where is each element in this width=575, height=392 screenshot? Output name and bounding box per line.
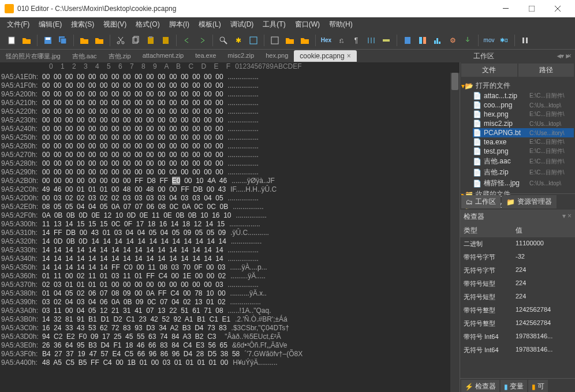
view-icon[interactable]: ⎌ (335, 35, 347, 46)
tab-close-icon[interactable]: × (347, 52, 351, 60)
hex-row[interactable]: 9A5:A3A0h:03 11 00 04 05 12 21 31 41 07 … (0, 307, 460, 315)
hex-row[interactable]: 9A5:A350h:14 14 14 14 14 14 FF C0 00 11 … (0, 263, 460, 272)
file-item[interactable]: 📄attac...t.zipE:\C...目附件\ (473, 91, 574, 100)
find-icon[interactable] (218, 35, 229, 46)
tool1-icon[interactable] (269, 35, 281, 46)
menu-item[interactable]: 调试(D) (227, 18, 257, 31)
undo-icon[interactable] (181, 35, 193, 46)
hex-row[interactable]: 9A5:A280h:00 00 00 00 00 00 00 00 00 00 … (0, 159, 460, 168)
inspector-row[interactable]: 无符号 Int64197838146... (460, 344, 575, 357)
tab-active[interactable]: cookie.pcapng × (294, 50, 356, 62)
hex-row[interactable]: 9A5:A3C0h:16 24 33 43 53 62 72 83 93 D3 … (0, 324, 460, 333)
pause-icon[interactable] (520, 35, 531, 46)
mov-icon[interactable]: mov (483, 35, 495, 46)
new-icon[interactable] (6, 35, 17, 46)
menu-item[interactable]: 格式(O) (132, 18, 163, 31)
inspector-row[interactable]: 带符号整型1242562784 (460, 304, 575, 317)
tab[interactable]: 怪的照片在哪里.jpg (0, 50, 66, 62)
panel-dropdown-icon[interactable]: ▾ (561, 52, 564, 60)
hex-row[interactable]: 9A5:A2C0h:49 46 00 01 01 01 00 48 00 48 … (0, 185, 460, 194)
saveall-icon[interactable] (57, 35, 69, 46)
hex-row[interactable]: 9A5:A220h:00 00 00 00 00 00 00 00 00 00 … (0, 107, 460, 116)
save-icon[interactable] (42, 35, 54, 46)
inspector-row[interactable]: 二进制11100000 (460, 237, 575, 251)
hex-row[interactable]: 9A5:A330h:14 14 14 14 14 14 14 14 14 14 … (0, 246, 460, 255)
file-item[interactable]: 📄PCAPNG.btC:\Use...itory\ (473, 128, 574, 137)
redo-icon[interactable] (196, 35, 208, 46)
menu-item[interactable]: 编辑(E) (35, 18, 65, 31)
scroll-thumb[interactable] (451, 73, 458, 90)
compare-icon[interactable] (417, 35, 428, 46)
side-col-path[interactable]: 路径 (518, 64, 574, 77)
hex-row[interactable]: 9A5:A380h:01 04 05 02 06 07 08 09 00 0A … (0, 289, 460, 298)
paste-icon[interactable] (145, 35, 156, 46)
hex-row[interactable]: 9A5:A240h:00 00 00 00 00 00 00 00 00 00 … (0, 125, 460, 133)
bottomtab-bookmark[interactable]: ▮可 (528, 380, 548, 392)
hex-icon[interactable]: Hex (320, 35, 332, 46)
bottomtab-inspector[interactable]: ⚡检查器 (461, 380, 499, 392)
menu-item[interactable]: 视图(V) (100, 18, 130, 31)
file-item[interactable]: 📄hex.pngE:\C...目附件\ (473, 110, 574, 119)
tab[interactable]: 吉他.zip (103, 50, 137, 62)
folder-save-icon[interactable] (94, 35, 105, 46)
replace-icon[interactable]: ✱ (233, 35, 244, 46)
hex-row[interactable]: 9A5:A400h:48 A5 C5 B5 FF C4 00 1B 01 00 … (0, 359, 460, 367)
tab[interactable]: tea.exe (189, 50, 222, 62)
hex-row[interactable]: 9A5:A230h:00 00 00 00 00 00 00 00 00 00 … (0, 116, 460, 125)
hex-row[interactable]: 9A5:A1F0h:00 00 00 00 00 00 00 00 00 00 … (0, 81, 460, 90)
inspector-row[interactable]: 带符号 Int64197838146... (460, 330, 575, 344)
alpha-icon[interactable]: ✱α (498, 35, 510, 46)
folder-open-icon[interactable] (79, 35, 90, 46)
inspector-row[interactable]: 带符号短型224 (460, 277, 575, 290)
tab[interactable]: misc2.zip (222, 50, 260, 62)
tab[interactable]: hex.png (260, 50, 294, 62)
hex-row[interactable]: 9A5:A1E0h:00 00 00 00 00 00 00 00 00 00 … (0, 73, 460, 81)
hex-row[interactable]: 9A5:A200h:00 00 00 00 00 00 00 00 00 00 … (0, 90, 460, 99)
inspector-row[interactable]: 无符号字节224 (460, 264, 575, 277)
menu-item[interactable]: 脚本(I) (166, 18, 193, 31)
hex-row[interactable]: 9A5:A360h:01 11 00 02 11 01 03 11 01 FF … (0, 272, 460, 281)
side-col-file[interactable]: 文件 (461, 64, 517, 77)
cut-icon[interactable] (115, 35, 126, 46)
file-item[interactable]: 📄楠辞怪...jpgC:\Us...ktop\ (473, 178, 574, 189)
menu-item[interactable]: 帮助(H) (326, 18, 356, 31)
bottomtab-variables[interactable]: ▮变量 (501, 380, 527, 392)
calc-icon[interactable] (402, 35, 413, 46)
inspector-row[interactable]: 无符号整型1242562784 (460, 317, 575, 330)
hex-row[interactable]: 9A5:A300h:11 13 14 15 15 15 0C 0F 17 18 … (0, 220, 460, 229)
file-item[interactable]: 📄test.pngE:\C...目附件\ (473, 147, 574, 156)
hex-row[interactable]: 9A5:A3F0h:B4 27 37 19 47 57 E4 C5 66 96 … (0, 350, 460, 359)
tree-open-files[interactable]: ▾📂 打开的文件 (461, 80, 574, 91)
hex-pane[interactable]: 0 1 2 3 4 5 6 7 8 9 A B C D E F 01234567… (0, 62, 460, 392)
hex-row[interactable]: 9A5:A270h:00 00 00 00 00 00 00 00 00 00 … (0, 151, 460, 159)
tool2-icon[interactable] (284, 35, 296, 46)
hex-row[interactable]: 9A5:A2D0h:00 03 02 02 03 02 02 03 03 03 … (0, 194, 460, 203)
hex-row[interactable]: 9A5:A250h:00 00 00 00 00 00 00 00 00 00 … (0, 133, 460, 142)
menu-item[interactable]: 工具(T) (259, 18, 289, 31)
hex-row[interactable]: 9A5:A210h:00 00 00 00 00 00 00 00 00 00 … (0, 99, 460, 107)
hex-row[interactable]: 9A5:A310h:14 FF DB 00 43 01 03 04 04 05 … (0, 229, 460, 237)
copy-icon[interactable] (130, 35, 141, 46)
hex-row[interactable]: 9A5:A340h:14 14 14 14 14 14 14 14 14 14 … (0, 255, 460, 263)
file-item[interactable]: 📄misc2.zipC:\Us...ktop\ (473, 119, 574, 128)
menu-item[interactable]: 搜索(S) (68, 18, 98, 31)
hex-row[interactable]: 9A5:A260h:00 00 00 00 00 00 00 00 00 00 … (0, 142, 460, 151)
hex-row[interactable]: 9A5:A3D0h:94 C2 E2 F0 09 17 25 45 55 63 … (0, 333, 460, 341)
paste-special-icon[interactable] (160, 35, 171, 46)
sidetab-explorer[interactable]: 📁 资源管理器 (502, 195, 557, 208)
maximize-button[interactable] (518, 0, 544, 17)
file-item[interactable]: 📄吉他.zipE:\C...目附件\ (473, 167, 574, 178)
tab[interactable]: 吉他.aac (66, 50, 103, 62)
checksum-icon[interactable]: ⚙ (447, 35, 458, 46)
menu-item[interactable]: 模板(L) (195, 18, 225, 31)
open-icon[interactable] (21, 35, 32, 46)
columns-icon[interactable] (365, 35, 377, 46)
inspector-row[interactable]: 无符号短型224 (460, 290, 575, 304)
panel-close-icon[interactable]: × (567, 52, 572, 60)
hex-row[interactable]: 9A5:A2B0h:00 00 00 00 00 00 00 00 FF D8 … (0, 177, 460, 185)
import-icon[interactable] (462, 35, 473, 46)
minimize-button[interactable] (492, 0, 518, 17)
ruler-icon[interactable] (380, 35, 392, 46)
menu-item[interactable]: 文件(F) (3, 18, 33, 31)
hex-row[interactable]: 9A5:A2F0h:0A 0B 0B 0D 0E 12 10 0D 0E 11 … (0, 211, 460, 220)
